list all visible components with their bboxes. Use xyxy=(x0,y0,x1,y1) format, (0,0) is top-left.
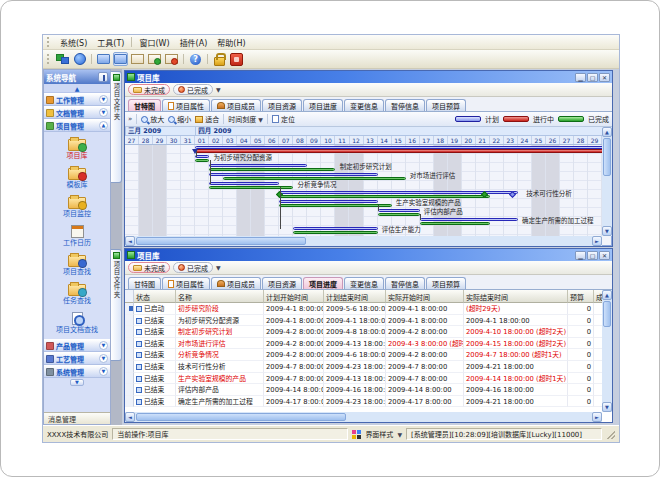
tab-项目预算[interactable]: 项目预算 xyxy=(426,99,466,111)
menu-item[interactable]: 插件(A) xyxy=(175,36,213,49)
scroll-up-icon[interactable]: ▲ xyxy=(602,127,612,137)
sidebar-collapse-button[interactable]: ▲ xyxy=(44,84,110,93)
lock-icon[interactable] xyxy=(212,52,227,66)
scroll-up-icon[interactable]: ▲ xyxy=(602,290,612,300)
gantt-bar-plan-确定生产所需的加工过程[interactable] xyxy=(420,218,518,221)
timeline-day[interactable]: 31 xyxy=(181,136,195,144)
chevron-down-icon[interactable]: ▼ xyxy=(99,341,108,350)
scroll-right-icon[interactable]: ► xyxy=(592,236,602,246)
menubar-drag-handle[interactable] xyxy=(47,37,50,47)
column-header-名称[interactable]: 名称 xyxy=(176,290,264,303)
tab-项目预算[interactable]: 项目预算 xyxy=(426,277,466,289)
filter-tab-未完成[interactable]: 未完成 xyxy=(128,84,170,95)
stop-icon[interactable] xyxy=(229,52,244,66)
scroll-thumb[interactable] xyxy=(603,138,611,176)
sidebar-group-3[interactable]: 项目管理▲ xyxy=(44,119,110,132)
gantt-bar-plan-评估生产能力[interactable] xyxy=(293,227,377,230)
gantt-bar-plan-对市场进行评估[interactable] xyxy=(209,173,377,176)
row-selector[interactable] xyxy=(125,303,134,315)
menu-item[interactable]: 窗口(W) xyxy=(134,36,174,49)
tab-项目属性[interactable]: 项目属性 xyxy=(162,277,210,289)
row-selector[interactable] xyxy=(125,315,134,327)
table-horizontal-scrollbar[interactable]: ◄► xyxy=(125,412,602,422)
column-header-计划结束时间[interactable]: 计划结束时间 xyxy=(324,290,386,303)
timeline-day[interactable]: 14 xyxy=(378,136,392,144)
menu-item[interactable]: 工具(T) xyxy=(92,36,129,49)
sidebar-group-1[interactable]: 工作管理▼ xyxy=(44,93,110,106)
table-row[interactable]: 已结束分析竞争情况2009-4-2 8:00:002009-4-6 18:00:… xyxy=(125,349,602,361)
gantt-bar-plan-评估内部产品[interactable] xyxy=(378,209,420,212)
gantt-bar-plan-分析竞争情况[interactable] xyxy=(209,182,279,185)
timeline-day[interactable]: 29 xyxy=(588,136,602,144)
chevron-down-icon[interactable]: ▼ xyxy=(397,431,402,438)
mail-check-icon[interactable] xyxy=(147,52,162,66)
table-row[interactable]: 已结束确定生产所需的加工过程2009-4-17 8:00:002009-4-23… xyxy=(125,396,602,408)
chevron-down-icon[interactable]: ▼ xyxy=(99,108,108,117)
tab-暂停信息[interactable]: 暂停信息 xyxy=(385,99,425,111)
chevron-down-icon[interactable]: ▼ xyxy=(99,354,108,363)
table-row[interactable]: 已结束评估内部产品2009-4-14 8:00:002009-4-16 18:0… xyxy=(125,384,602,396)
timeline-day[interactable]: 20 xyxy=(462,136,476,144)
scroll-down-icon[interactable]: ▼ xyxy=(602,402,612,412)
timeline-day[interactable]: 26 xyxy=(546,136,560,144)
folder-side-tab-2[interactable]: 项目文件夹 xyxy=(111,249,122,361)
timeline-day[interactable]: 27 xyxy=(560,136,574,144)
tab-项目进度[interactable]: 项目进度 xyxy=(303,99,343,111)
row-selector[interactable] xyxy=(125,349,134,361)
table-vertical-scrollbar[interactable]: ▲▼ xyxy=(602,290,612,412)
tab-甘特图[interactable]: 甘特图 xyxy=(128,277,161,289)
filter-tab-已完成[interactable]: 已完成 xyxy=(173,84,213,95)
gantt-bar-done-确定生产所需的加工过程[interactable] xyxy=(420,222,490,225)
timeline-day[interactable]: 23 xyxy=(504,136,518,144)
tab-项目资源[interactable]: 项目资源 xyxy=(262,277,302,289)
filter-tab-已完成[interactable]: 已完成 xyxy=(173,262,213,273)
timeline-day[interactable]: 05 xyxy=(251,136,265,144)
sidebar-group-6[interactable]: 系统管理▼ xyxy=(44,365,110,378)
timeline-day[interactable]: 08 xyxy=(293,136,307,144)
gantt-bar-done-制定初步研究计划[interactable] xyxy=(209,168,335,171)
table-row[interactable]: 已结束为初步研究分配资源2009-4-1 8:00:002009-4-1 18:… xyxy=(125,315,602,327)
timeline-day[interactable]: 28 xyxy=(574,136,588,144)
gantt-bar-done-评估生产能力[interactable] xyxy=(293,231,377,234)
gantt-bar-done-对市场进行评估[interactable] xyxy=(223,177,405,180)
timeline-day[interactable]: 10 xyxy=(321,136,335,144)
gantt-bar-plan-生产实验室规模的产品[interactable] xyxy=(279,200,377,203)
timeline-day[interactable]: 27 xyxy=(125,136,139,144)
column-header-成[interactable]: 成 xyxy=(594,290,602,303)
适合-button[interactable]: 适合 xyxy=(195,114,219,124)
toolbar-drag-handle[interactable] xyxy=(47,54,50,64)
row-selector[interactable] xyxy=(125,396,134,408)
tab-项目属性[interactable]: 项目属性 xyxy=(162,99,210,111)
timeline-day[interactable]: 15 xyxy=(392,136,406,144)
timeline-day[interactable]: 04 xyxy=(237,136,251,144)
row-selector[interactable] xyxy=(125,326,134,338)
sidebar-item-项目库[interactable]: 项目库 xyxy=(44,134,110,163)
column-header-实际结束时间[interactable]: 实际结束时间 xyxy=(464,290,568,303)
timeline-day[interactable]: 06 xyxy=(265,136,279,144)
table-row[interactable]: 已结束对市场进行评估2009-4-2 8:00:002009-4-13 18:0… xyxy=(125,338,602,350)
tab-甘特图[interactable]: 甘特图 xyxy=(128,99,161,111)
row-selector[interactable] xyxy=(125,373,134,385)
filter-tab-未完成[interactable]: 未完成 xyxy=(128,262,170,273)
menu-item[interactable]: 系统(S) xyxy=(55,36,92,49)
sidebar-item-项目查找[interactable]: 项目查找 xyxy=(44,250,110,279)
column-header-实际开始时间[interactable]: 实际开始时间 xyxy=(386,290,464,303)
tab-项目成员[interactable]: 项目成员 xyxy=(211,277,261,289)
timeline-day[interactable]: 29 xyxy=(153,136,167,144)
scroll-left-icon[interactable]: ◄ xyxy=(125,236,135,246)
maximize-button[interactable]: ▢ xyxy=(587,251,598,260)
scroll-left-icon[interactable]: ◄ xyxy=(125,412,135,422)
timeline-day[interactable]: 11 xyxy=(335,136,349,144)
timeline-day[interactable]: 09 xyxy=(307,136,321,144)
timeline-day[interactable]: 13 xyxy=(364,136,378,144)
scroll-right-icon[interactable]: ► xyxy=(592,412,602,422)
timeline-day[interactable]: 30 xyxy=(167,136,181,144)
scroll-thumb[interactable] xyxy=(136,237,306,245)
scroll-thumb[interactable] xyxy=(136,413,346,421)
timeline-day[interactable]: 25 xyxy=(532,136,546,144)
minimize-button[interactable]: ▁ xyxy=(575,251,586,260)
column-header-状态[interactable]: 状态 xyxy=(134,290,176,303)
sidebar-item-项目监控[interactable]: 项目监控 xyxy=(44,192,110,221)
时间刻度-button[interactable]: 时间刻度▼ xyxy=(228,114,263,124)
column-header-计划开始时间[interactable]: 计划开始时间 xyxy=(264,290,324,303)
